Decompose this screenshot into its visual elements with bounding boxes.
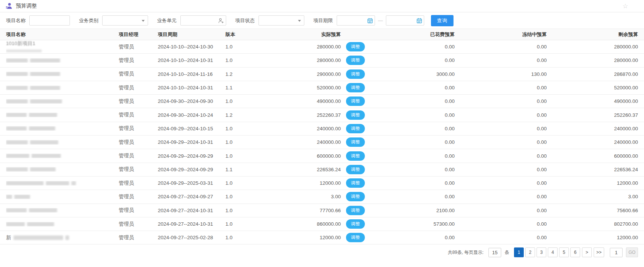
project-name-cell (6, 58, 119, 63)
page-button-4[interactable]: 4 (548, 247, 558, 257)
remaining-budget-cell: 802700.00 (547, 221, 638, 227)
adjust-button[interactable]: 调整 (346, 137, 365, 147)
version-cell: 1.0 (225, 235, 249, 240)
adjust-button[interactable]: 调整 (346, 42, 365, 51)
redacted-text-blur (6, 208, 27, 213)
remaining-budget-cell: 12000.00 (547, 235, 638, 240)
page-button-5[interactable]: 5 (559, 247, 569, 257)
adjust-button[interactable]: 调整 (346, 219, 365, 229)
adjust-button[interactable]: 调整 (346, 206, 365, 215)
project-period-cell: 2024-09-27--2025-02-28 (158, 235, 225, 240)
table-row: 管理员 2024-09-29--2024-10-31 1.0 240000.00… (0, 136, 644, 149)
table-row: 管理员 2024-09-29--2025-03-31 1.0 12000.00 … (0, 176, 644, 190)
project-manager-cell: 管理员 (119, 98, 158, 105)
table-row: 管理员 2024-09-29--2024-10-15 1.0 240000.00… (0, 122, 644, 136)
favorite-star-icon[interactable]: ☆ (623, 3, 628, 9)
redacted-text-blur (6, 113, 27, 117)
project-name-cell: 1010新项目1 (6, 40, 119, 53)
last-page-button[interactable]: >> (594, 247, 604, 257)
project-manager-cell: 管理员 (119, 152, 158, 159)
version-cell: 1.0 (225, 139, 249, 145)
version-cell: 1.0 (225, 194, 249, 199)
spent-budget-cell: 0.00 (378, 194, 455, 199)
adjust-button[interactable]: 调整 (346, 56, 365, 65)
business-category-select[interactable] (102, 15, 148, 26)
table-row: 管理员 2024-10-10--2024-10-31 1.1 520000.00… (0, 81, 644, 95)
page-size-unit: 条 (505, 249, 509, 256)
adjust-button[interactable]: 调整 (346, 233, 365, 242)
page-button-1[interactable]: 1 (514, 247, 524, 257)
calendar-icon[interactable] (367, 18, 373, 24)
project-name-cell (6, 154, 119, 158)
frozen-budget-cell: 0.00 (455, 57, 547, 63)
date-range-separator: — (378, 18, 383, 23)
table-header: 项目名称 项目经理 项目周期 版本 实际预算 已花费预算 冻结中预算 剩余预算 (0, 29, 644, 40)
adjust-button[interactable]: 调整 (346, 110, 365, 120)
go-button[interactable]: GO (626, 247, 638, 257)
redacted-text-blur (30, 167, 56, 172)
project-period-cell: 2024-10-10--2024-10-30 (158, 44, 225, 50)
adjust-button[interactable]: 调整 (346, 97, 365, 106)
actual-budget-cell: 280000.00 (249, 44, 341, 50)
redacted-text-blur (6, 86, 28, 90)
remaining-budget-cell: 226536.24 (547, 167, 638, 172)
redacted-text-blur (6, 58, 28, 63)
remaining-budget-cell: 600000.00 (547, 153, 638, 159)
adjust-button[interactable]: 调整 (346, 192, 365, 201)
redacted-text-blur (14, 235, 63, 240)
adjust-button[interactable]: 调整 (346, 178, 365, 188)
adjust-button[interactable]: 调整 (346, 124, 365, 133)
project-name-cell (6, 195, 119, 199)
redacted-text-blur (6, 222, 25, 226)
person-add-icon[interactable] (218, 18, 224, 24)
col-project-name: 项目名称 (6, 31, 119, 38)
project-name-cell (6, 86, 119, 90)
page-size-input[interactable] (488, 248, 501, 257)
page-button-6[interactable]: 6 (570, 247, 580, 257)
table-row: 管理员 2024-09-27--2024-09-27 1.0 3.00 调整 0… (0, 190, 644, 204)
col-remaining-budget: 剩余预算 (547, 31, 638, 38)
page-button-3[interactable]: 3 (537, 247, 546, 257)
adjust-button[interactable]: 调整 (346, 165, 365, 174)
search-button[interactable]: 查询 (431, 15, 454, 26)
remaining-budget-cell: 240000.00 (547, 126, 638, 131)
goto-page-input[interactable] (610, 248, 623, 257)
next-page-button[interactable]: > (582, 247, 592, 257)
table-row: 管理员 2024-10-10--2024-10-31 1.0 280000.00… (0, 54, 644, 67)
spent-budget-cell: 0.00 (378, 112, 455, 118)
project-manager-cell: 管理员 (119, 234, 158, 241)
frozen-budget-cell: 130.00 (455, 71, 547, 77)
adjust-button[interactable]: 调整 (346, 151, 365, 161)
frozen-budget-cell: 0.00 (455, 208, 547, 213)
project-manager-cell: 管理员 (119, 112, 158, 118)
redacted-text-blur (6, 140, 28, 145)
remaining-budget-cell: 12000.00 (547, 180, 638, 186)
version-cell: 1.0 (225, 221, 249, 227)
redacted-text-blur (6, 154, 29, 158)
actual-budget-cell: 226536.24 (249, 167, 341, 172)
project-name-cell: 新 (6, 234, 119, 241)
version-cell: 1.0 (225, 153, 249, 159)
col-project-period: 项目周期 (158, 31, 225, 38)
remaining-budget-cell: 75600.66 (547, 208, 638, 213)
project-name-cell (6, 99, 119, 104)
business-category-label: 业务类别 (79, 17, 98, 24)
chevron-down-icon (142, 20, 145, 22)
calendar-icon[interactable] (416, 18, 422, 24)
project-name-input[interactable] (29, 15, 70, 26)
adjust-button[interactable]: 调整 (346, 83, 365, 92)
frozen-budget-cell: 0.00 (455, 126, 547, 131)
pagination-total-text: 共89条, 每页显示: (448, 249, 484, 256)
frozen-budget-cell: 0.00 (455, 221, 547, 227)
project-status-select[interactable] (259, 15, 304, 26)
adjust-button[interactable]: 调整 (346, 69, 365, 79)
frozen-budget-cell: 0.00 (455, 153, 547, 159)
version-cell: 1.0 (225, 126, 249, 131)
spent-budget-cell: 2100.00 (378, 208, 455, 213)
project-name-cell (6, 126, 119, 131)
version-cell: 1.0 (225, 208, 249, 213)
page-button-2[interactable]: 2 (525, 247, 535, 257)
project-status-label: 项目状态 (235, 17, 255, 24)
redacted-text-blur (6, 99, 28, 104)
col-spent-budget: 已花费预算 (378, 31, 455, 38)
